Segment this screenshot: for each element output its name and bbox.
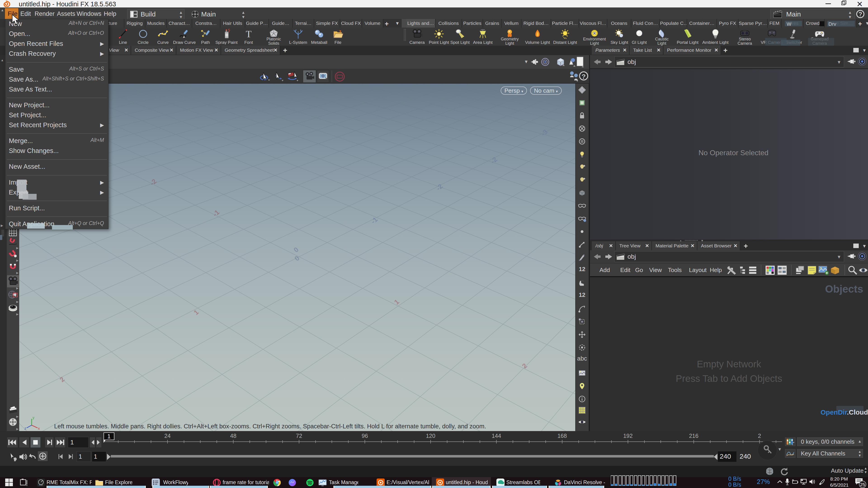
- svg-text:144: 144: [492, 433, 501, 439]
- svg-text:2: 2: [758, 433, 761, 439]
- svg-text:120: 120: [426, 433, 435, 439]
- svg-text:192: 192: [623, 433, 633, 439]
- svg-text:48: 48: [230, 433, 237, 439]
- svg-text:z: z: [24, 427, 26, 430]
- svg-text:168: 168: [557, 433, 567, 439]
- svg-text:96: 96: [362, 433, 368, 439]
- svg-text:24: 24: [164, 433, 170, 439]
- svg-text:T: T: [246, 29, 252, 39]
- svg-text:72: 72: [296, 433, 302, 439]
- svg-text:x: x: [38, 427, 40, 430]
- svg-text:216: 216: [689, 433, 699, 439]
- svg-text:y: y: [33, 416, 34, 420]
- svg-text:RME: RME: [39, 484, 43, 486]
